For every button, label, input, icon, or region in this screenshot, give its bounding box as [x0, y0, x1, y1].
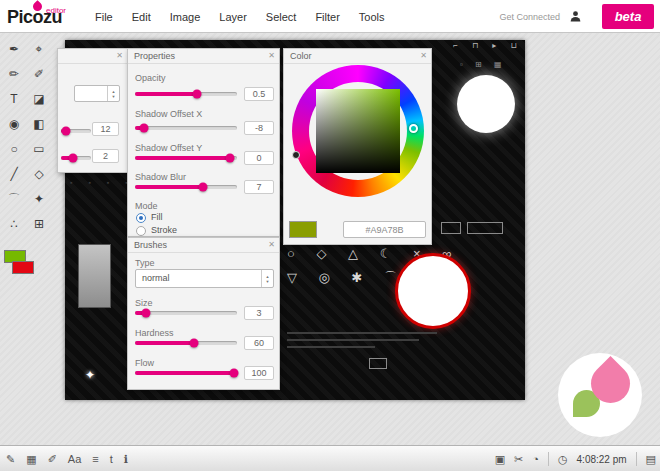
- brush-hardness-label: Hardness: [135, 328, 174, 338]
- close-icon[interactable]: ✕: [420, 51, 427, 60]
- shadow-blur-slider[interactable]: [135, 185, 237, 189]
- number-stepper[interactable]: ▲▼: [74, 85, 120, 102]
- panel-title: Properties: [134, 51, 175, 61]
- picozu-editor: Picozu editor File Edit Image Layer Sele…: [0, 0, 660, 471]
- tool-text[interactable]: T: [2, 90, 26, 108]
- menu-file[interactable]: File: [95, 11, 113, 23]
- slider-thumb[interactable]: [61, 127, 70, 136]
- hidden-slider-1-value[interactable]: 12: [92, 122, 119, 136]
- hex-color-input[interactable]: [343, 221, 426, 238]
- hidden-slider-2[interactable]: [61, 156, 91, 160]
- tool-pen[interactable]: ✒: [2, 40, 26, 58]
- tool-rectangle[interactable]: ▭: [27, 140, 51, 158]
- cut-icon[interactable]: ✂: [514, 453, 523, 466]
- tool-brush[interactable]: ✐: [27, 65, 51, 83]
- close-icon[interactable]: ✕: [116, 51, 123, 60]
- select-arrows[interactable]: ▲▼: [261, 270, 273, 287]
- shadow-offset-x-value[interactable]: -8: [244, 121, 274, 135]
- slider-thumb[interactable]: [193, 90, 202, 99]
- hidden-slider-1[interactable]: [61, 129, 91, 133]
- compass-icon[interactable]: ◔: [532, 453, 539, 465]
- brush-flow-slider[interactable]: [135, 371, 237, 375]
- adjustments-icon[interactable]: ≡: [92, 453, 98, 465]
- background-color-swatch[interactable]: [12, 261, 34, 274]
- panel-brushes-header[interactable]: Brushes ✕: [128, 238, 279, 253]
- brush-icon[interactable]: ✐: [48, 453, 57, 466]
- tool-lasso[interactable]: ⌒: [2, 190, 26, 208]
- statusbar-right: ▣ ✂ ◔ ◷ 4:08:22 pm ▤: [495, 446, 656, 471]
- slider-thumb[interactable]: [225, 154, 234, 163]
- menu-image[interactable]: Image: [170, 11, 201, 23]
- panel-color-header[interactable]: Color ✕: [284, 49, 431, 64]
- mode-stroke-radio[interactable]: [136, 226, 146, 236]
- tool-crop[interactable]: ⊞: [27, 215, 51, 233]
- brush-hardness-value[interactable]: 60: [244, 336, 274, 350]
- text-icon[interactable]: Aa: [68, 453, 81, 465]
- panel-toggle-icon[interactable]: ▤: [646, 453, 656, 466]
- tool-stamp[interactable]: ◉: [2, 115, 26, 133]
- tool-line[interactable]: ╱: [2, 165, 26, 183]
- slider-thumb[interactable]: [140, 124, 149, 133]
- user-icon[interactable]: [569, 10, 582, 23]
- panels-icon[interactable]: ▣: [495, 453, 505, 466]
- canvas-red-ring-circle: [395, 253, 471, 329]
- hue-secondary-dot[interactable]: [292, 151, 300, 159]
- close-icon[interactable]: ✕: [268, 51, 275, 60]
- tool-pencil[interactable]: ✏: [2, 65, 26, 83]
- mode-stroke-label[interactable]: Stroke: [151, 225, 177, 235]
- mode-fill-radio[interactable]: [136, 213, 146, 223]
- opacity-value[interactable]: 0.5: [244, 87, 274, 101]
- brush-size-value[interactable]: 3: [244, 306, 274, 320]
- menu-filter[interactable]: Filter: [315, 11, 339, 23]
- shadow-offset-x-slider[interactable]: [135, 126, 237, 130]
- brush-type-label: Type: [135, 258, 155, 268]
- saturation-value-square[interactable]: [316, 89, 400, 173]
- twitter-icon[interactable]: t: [110, 453, 113, 465]
- slider-thumb[interactable]: [142, 309, 151, 318]
- brush-size-slider[interactable]: [135, 311, 237, 315]
- hue-wheel[interactable]: [292, 65, 424, 197]
- tool-polygon[interactable]: ◇: [27, 165, 51, 183]
- brush-hardness-slider[interactable]: [135, 341, 237, 345]
- slider-thumb[interactable]: [69, 154, 78, 163]
- shadow-blur-label: Shadow Blur: [135, 172, 186, 182]
- hue-selector-dot[interactable]: [409, 124, 418, 133]
- separator: [636, 452, 637, 466]
- swatches-icon[interactable]: ▦: [26, 453, 36, 466]
- brush-type-select[interactable]: normal ▲▼: [135, 269, 274, 288]
- mode-fill-label[interactable]: Fill: [151, 212, 163, 222]
- beta-badge: beta: [602, 4, 654, 29]
- shadow-offset-y-slider[interactable]: [135, 156, 237, 160]
- stepper-arrows[interactable]: ▲▼: [107, 86, 119, 101]
- canvas-small-box: [467, 222, 503, 234]
- tool-ellipse[interactable]: ○: [2, 140, 26, 158]
- tool-move[interactable]: ⌖: [27, 40, 51, 58]
- get-connected-link[interactable]: Get Connected: [499, 12, 560, 22]
- tool-wand[interactable]: ✦: [27, 190, 51, 208]
- hidden-slider-2-value[interactable]: 2: [92, 149, 119, 163]
- close-icon[interactable]: ✕: [268, 240, 275, 249]
- slider-thumb[interactable]: [190, 339, 199, 348]
- slider-thumb[interactable]: [229, 369, 238, 378]
- menu-layer[interactable]: Layer: [219, 11, 247, 23]
- shadow-blur-value[interactable]: 7: [244, 180, 274, 194]
- tool-spray[interactable]: ∴: [2, 215, 26, 233]
- clock-time: 4:08:22 pm: [577, 454, 627, 465]
- slider-thumb[interactable]: [199, 183, 208, 192]
- menu-tools[interactable]: Tools: [359, 11, 385, 23]
- panel-properties-header[interactable]: Properties ✕: [128, 49, 279, 64]
- shadow-offset-y-value[interactable]: 0: [244, 151, 274, 165]
- tool-fill[interactable]: ◧: [27, 115, 51, 133]
- tool-eraser[interactable]: ◪: [27, 90, 51, 108]
- info-icon[interactable]: ℹ: [124, 453, 128, 466]
- menu-edit[interactable]: Edit: [132, 11, 151, 23]
- draw-icon[interactable]: ✎: [6, 453, 15, 466]
- canvas-gray-rectangle: [78, 244, 111, 308]
- current-color-swatch[interactable]: [289, 221, 317, 238]
- menu-select[interactable]: Select: [266, 11, 297, 23]
- panel-hidden-header[interactable]: ✕: [58, 49, 127, 64]
- opacity-slider[interactable]: [135, 92, 237, 96]
- brush-flow-value[interactable]: 100: [244, 366, 274, 380]
- separator: [548, 452, 549, 466]
- canvas-text-line: [287, 346, 375, 348]
